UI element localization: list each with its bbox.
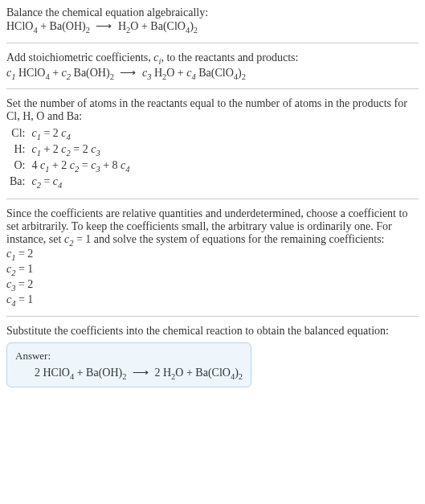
atom-balance-table: Cl: c1 = 2 c4 H: c1 + 2 c2 = 2 c3 O: 4 c…: [6, 126, 133, 190]
section-solve: Since the coefficients are relative quan…: [6, 199, 419, 308]
balance-row: O: 4 c1 + 2 c2 = c3 + 8 c4: [6, 158, 133, 174]
balance-row: H: c1 + 2 c2 = 2 c3: [6, 142, 133, 158]
solve-line: c2 = 1: [6, 263, 419, 277]
balance-row: Cl: c1 = 2 c4: [6, 126, 133, 142]
balance-label: H:: [6, 142, 28, 158]
section-atom-balance: Set the number of atoms in the reactants…: [6, 88, 419, 190]
problem-title: Balance the chemical equation algebraica…: [6, 6, 419, 19]
balance-value: c2 = c4: [28, 174, 133, 191]
atom-balance-title: Set the number of atoms in the reactants…: [6, 97, 419, 123]
balance-value: c1 = 2 c4: [28, 126, 133, 142]
answer-label: Answer:: [15, 350, 243, 363]
balance-value: c1 + 2 c2 = 2 c3: [28, 142, 133, 158]
solve-line: c4 = 1: [6, 293, 419, 308]
section-problem: Balance the chemical equation algebraica…: [6, 6, 419, 35]
coefficients-title: Add stoichiometric coefficients, ci, to …: [6, 51, 419, 66]
solve-line: c3 = 2: [6, 278, 419, 293]
solve-results: c1 = 2 c2 = 1 c3 = 2 c4 = 1: [6, 248, 419, 307]
balance-label: O:: [6, 158, 28, 174]
coefficients-equation: c1 HClO4 + c2 Ba(OH)2 ⟶ c3 H2O + c4 Ba(C…: [6, 66, 419, 81]
section-answer: Substitute the coefficients into the che…: [6, 316, 419, 388]
answer-box: Answer: 2 HClO4 + Ba(OH)2 ⟶ 2 H2O + Ba(C…: [6, 342, 251, 388]
answer-equation: 2 HClO4 + Ba(OH)2 ⟶ 2 H2O + Ba(ClO4)2: [15, 366, 243, 381]
solve-line: c1 = 2: [6, 248, 419, 262]
balance-value: 4 c1 + 2 c2 = c3 + 8 c4: [28, 158, 133, 174]
answer-title: Substitute the coefficients into the che…: [6, 325, 419, 338]
balance-label: Ba:: [6, 174, 28, 191]
solve-title: Since the coefficients are relative quan…: [6, 207, 419, 248]
section-coefficients: Add stoichiometric coefficients, ci, to …: [6, 43, 419, 81]
balance-label: Cl:: [6, 126, 28, 142]
problem-equation: HClO4 + Ba(OH)2 ⟶ H2O + Ba(ClO4)2: [6, 19, 419, 35]
balance-row: Ba: c2 = c4: [6, 174, 133, 191]
